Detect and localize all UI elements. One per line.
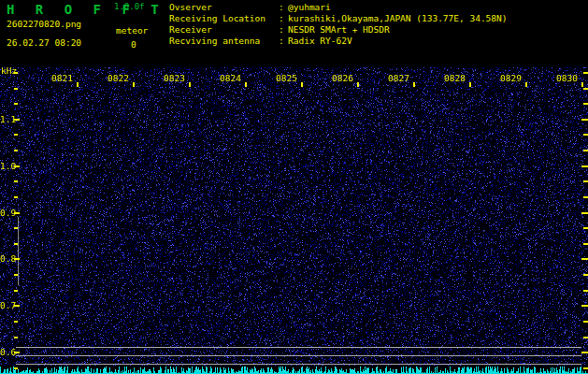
- carrier-line: [16, 347, 581, 348]
- time-tick: [581, 82, 583, 87]
- freq-tick-left: [14, 243, 18, 245]
- freq-tick-left: [14, 212, 20, 214]
- freq-tick-left: [14, 274, 18, 276]
- info-label: Receiver: [169, 24, 279, 36]
- time-label: 0821: [51, 73, 73, 83]
- meteor-count-label: meteor: [116, 25, 148, 36]
- freq-tick-left: [14, 367, 18, 369]
- freq-tick-left: [14, 72, 18, 74]
- observation-datetime: 26.02.27 08:20: [7, 37, 81, 48]
- freq-tick-right: [583, 180, 588, 182]
- info-row-observer: Ovserver:@yuhmari: [169, 2, 508, 13]
- time-label: 0828: [444, 73, 466, 83]
- meteor-count-value: 0: [131, 39, 136, 50]
- freq-tick-left: [14, 165, 20, 167]
- time-label: 0827: [388, 73, 409, 83]
- info-row-antenna: Recviving antenna:Radix RY-62V: [169, 36, 508, 47]
- vertical-artifact-line: [18, 217, 19, 285]
- freq-tick-right: [583, 290, 588, 292]
- time-label: 0823: [164, 73, 185, 83]
- time-tick: [189, 82, 191, 87]
- info-value: @yuhmari: [288, 2, 331, 13]
- freq-tick-left: [14, 352, 20, 353]
- carrier-line: [16, 355, 581, 356]
- time-tick: [469, 82, 471, 87]
- freq-tick-right: [583, 227, 588, 229]
- station-info-block: Ovserver:@yuhmari Receiving Location:kur…: [169, 2, 508, 47]
- freq-tick-right: [581, 352, 588, 353]
- time-label: 0830: [556, 73, 578, 83]
- time-tick: [413, 82, 415, 87]
- info-colon: :: [279, 13, 288, 24]
- time-label: 0825: [276, 73, 297, 83]
- time-label: 0824: [220, 73, 241, 83]
- time-tick: [245, 82, 247, 87]
- time-label: 0822: [108, 73, 129, 83]
- info-label: Recviving antenna: [169, 36, 279, 47]
- time-tick: [133, 82, 135, 87]
- freq-tick-right: [581, 258, 588, 260]
- freq-tick-right: [583, 337, 588, 338]
- freq-tick-left: [14, 196, 18, 198]
- freq-tick-right: [583, 103, 588, 105]
- time-tick: [357, 82, 359, 87]
- info-colon: :: [279, 36, 288, 47]
- noise-floor-graph: [0, 366, 588, 374]
- freq-tick-left: [14, 88, 18, 90]
- info-colon: :: [279, 24, 288, 36]
- info-value: Radix RY-62V: [288, 36, 352, 47]
- freq-tick-right: [581, 119, 588, 121]
- info-value: NESDR SMArt + HDSDR: [288, 24, 390, 36]
- freq-tick-right: [581, 212, 588, 214]
- time-label: 0826: [332, 73, 353, 83]
- info-colon: :: [279, 2, 288, 13]
- freq-tick-left: [14, 150, 18, 151]
- info-label: Receiving Location: [169, 13, 279, 24]
- info-value: kurashiki,Okayama,JAPAN (133.77E, 34.58N…: [288, 13, 508, 24]
- freq-tick-left: [14, 321, 18, 323]
- info-label: Ovserver: [169, 2, 279, 13]
- freq-tick-left: [14, 227, 18, 229]
- freq-tick-right: [583, 72, 588, 74]
- time-label: 0829: [500, 73, 522, 83]
- freq-tick-left: [14, 103, 18, 105]
- app-version: 1.0.0f: [114, 2, 145, 11]
- output-filename: 2602270820.png: [7, 19, 81, 29]
- freq-tick-right: [583, 321, 588, 323]
- freq-tick-right: [583, 274, 588, 276]
- freq-tick-left: [14, 134, 18, 136]
- carrier-line: [16, 364, 581, 365]
- freq-tick-right: [581, 165, 588, 167]
- freq-tick-right: [583, 150, 588, 151]
- freq-tick-right: [583, 243, 588, 245]
- freq-tick-right: [583, 134, 588, 136]
- info-row-receiver: Receiver:NESDR SMArt + HDSDR: [169, 24, 508, 36]
- time-tick: [525, 82, 527, 87]
- time-tick: [77, 82, 79, 87]
- hrofft-window: H R O F F T 1.0.0f 2602270820.png 26.02.…: [0, 0, 588, 374]
- freq-tick-left: [14, 258, 20, 260]
- spectrogram-canvas: [0, 67, 588, 366]
- freq-tick-right: [583, 196, 588, 198]
- freq-tick-right: [583, 367, 588, 369]
- freq-tick-left: [14, 180, 18, 182]
- freq-tick-left: [14, 305, 20, 307]
- freq-tick-left: [14, 290, 18, 292]
- freq-tick-right: [581, 305, 588, 307]
- info-row-location: Receiving Location:kurashiki,Okayama,JAP…: [169, 13, 508, 24]
- freq-tick-left: [14, 337, 18, 338]
- freq-tick-right: [583, 88, 588, 90]
- time-tick: [301, 82, 303, 87]
- frequency-axis-unit: kHz: [1, 65, 17, 76]
- freq-tick-left: [14, 119, 20, 121]
